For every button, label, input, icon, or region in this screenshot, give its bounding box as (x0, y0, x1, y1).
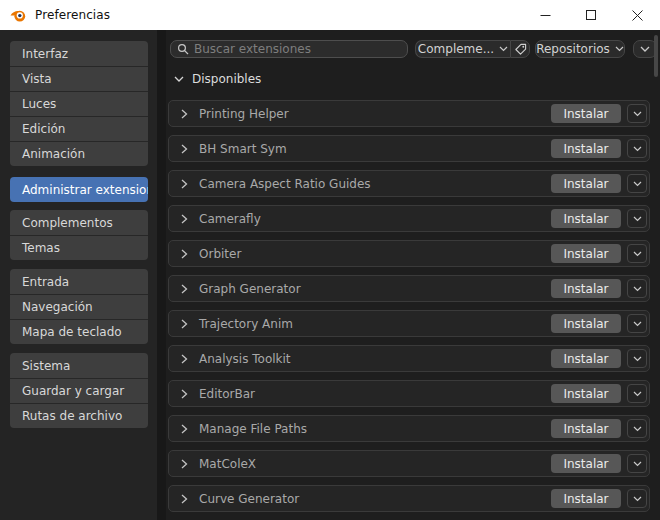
chevron-right-icon (181, 389, 188, 399)
chevron-right-icon (181, 144, 188, 154)
extension-menu-button[interactable] (627, 419, 647, 438)
install-button[interactable]: Instalar (551, 384, 621, 403)
extension-menu-button[interactable] (627, 349, 647, 368)
sidebar-item-navegacion[interactable]: Navegación (10, 294, 148, 319)
extension-menu-button[interactable] (627, 454, 647, 473)
sidebar-item-label: Interfaz (22, 47, 68, 61)
sidebar-group: Complementos Temas (10, 210, 148, 260)
install-button[interactable]: Instalar (551, 104, 621, 123)
install-button[interactable]: Instalar (551, 209, 621, 228)
close-button[interactable] (614, 0, 660, 30)
maximize-button[interactable] (568, 0, 614, 30)
sidebar-item-guardar-y-cargar[interactable]: Guardar y cargar (10, 378, 148, 403)
sidebar-item-label: Guardar y cargar (22, 384, 124, 398)
extension-name: Camera Aspect Ratio Guides (199, 177, 551, 191)
sidebar-item-label: Rutas de archivo (22, 409, 122, 423)
region-divider (157, 30, 166, 520)
install-button[interactable]: Instalar (551, 279, 621, 298)
repositories-label: Repositorios (536, 42, 610, 56)
install-button[interactable]: Instalar (551, 174, 621, 193)
preferences-sidebar: Interfaz Vista Luces Edición Animación A… (0, 30, 157, 520)
sidebar-item-administrar-extensiones[interactable]: Administrar extensiones (10, 177, 148, 202)
sidebar-item-label: Luces (22, 97, 56, 111)
extension-row-printing-helper[interactable]: Printing Helper Instalar (168, 100, 650, 127)
extension-menu-button[interactable] (627, 139, 647, 158)
extension-name: EditorBar (199, 387, 551, 401)
sidebar-item-label: Animación (22, 147, 85, 161)
extension-type-dropdown[interactable]: Compleme... (415, 40, 510, 58)
extension-name: Orbiter (199, 247, 551, 261)
extension-name: BH Smart Sym (199, 142, 551, 156)
sidebar-item-edicion[interactable]: Edición (10, 116, 148, 141)
sidebar-group-active: Administrar extensiones (10, 177, 148, 202)
sidebar-item-sistema[interactable]: Sistema (10, 353, 148, 378)
sidebar-group: Interfaz Vista Luces Edición Animación (10, 41, 148, 166)
chevron-down-icon (174, 76, 184, 83)
extension-menu-button[interactable] (627, 384, 647, 403)
sidebar-item-label: Sistema (22, 359, 70, 373)
sidebar-group: Sistema Guardar y cargar Rutas de archiv… (10, 353, 148, 428)
chevron-down-icon (633, 111, 642, 117)
install-button[interactable]: Instalar (551, 454, 621, 473)
extension-name: MatColeX (199, 457, 551, 471)
sidebar-item-complementos[interactable]: Complementos (10, 210, 148, 235)
extension-name: Printing Helper (199, 107, 551, 121)
chevron-right-icon (181, 424, 188, 434)
chevron-down-icon (615, 46, 624, 52)
tag-filter-button[interactable] (510, 40, 530, 58)
sidebar-item-label: Entrada (22, 275, 69, 289)
install-button[interactable]: Instalar (551, 314, 621, 333)
sidebar-item-rutas-de-archivo[interactable]: Rutas de archivo (10, 403, 148, 428)
extension-type-label: Compleme... (418, 42, 494, 56)
install-button[interactable]: Instalar (551, 349, 621, 368)
extension-row-trajectory-anim[interactable]: Trajectory Anim Instalar (168, 310, 650, 337)
sidebar-item-entrada[interactable]: Entrada (10, 269, 148, 294)
chevron-right-icon (181, 319, 188, 329)
chevron-right-icon (181, 459, 188, 469)
sidebar-item-vista[interactable]: Vista (10, 66, 148, 91)
extension-row-bh-smart-sym[interactable]: BH Smart Sym Instalar (168, 135, 650, 162)
scrollbar-thumb[interactable] (654, 35, 658, 77)
window-controls (522, 0, 660, 30)
sidebar-item-mapa-de-teclado[interactable]: Mapa de teclado (10, 319, 148, 344)
extension-row-camerafly[interactable]: Camerafly Instalar (168, 205, 650, 232)
repositories-dropdown[interactable]: Repositorios (535, 40, 625, 58)
chevron-down-icon (633, 321, 642, 327)
extension-menu-button[interactable] (627, 104, 647, 123)
install-button[interactable]: Instalar (551, 489, 621, 508)
extension-menu-button[interactable] (627, 279, 647, 298)
chevron-down-icon (633, 251, 642, 257)
search-input[interactable] (194, 42, 407, 56)
sidebar-item-temas[interactable]: Temas (10, 235, 148, 260)
extension-menu-button[interactable] (627, 244, 647, 263)
extension-row-graph-generator[interactable]: Graph Generator Instalar (168, 275, 650, 302)
available-section-header[interactable]: Disponibles (174, 71, 261, 87)
sidebar-item-animacion[interactable]: Animación (10, 141, 148, 166)
extension-row-matcolex[interactable]: MatColeX Instalar (168, 450, 650, 477)
install-button[interactable]: Instalar (551, 244, 621, 263)
install-button[interactable]: Instalar (551, 419, 621, 438)
extension-name: Camerafly (199, 212, 551, 226)
extension-menu-button[interactable] (627, 174, 647, 193)
extension-row-manage-file-paths[interactable]: Manage File Paths Instalar (168, 415, 650, 442)
sidebar-item-interfaz[interactable]: Interfaz (10, 41, 148, 66)
extension-menu-button[interactable] (627, 489, 647, 508)
extension-name: Manage File Paths (199, 422, 551, 436)
chevron-down-icon (499, 46, 508, 52)
extension-row-camera-aspect-ratio-guides[interactable]: Camera Aspect Ratio Guides Instalar (168, 170, 650, 197)
minimize-button[interactable] (522, 0, 568, 30)
extension-row-curve-generator[interactable]: Curve Generator Instalar (168, 485, 650, 512)
extension-row-orbiter[interactable]: Orbiter Instalar (168, 240, 650, 267)
available-section-label: Disponibles (192, 72, 261, 86)
sidebar-item-luces[interactable]: Luces (10, 91, 148, 116)
extension-name: Trajectory Anim (199, 317, 551, 331)
blender-logo-icon (10, 7, 26, 23)
extension-row-editorbar[interactable]: EditorBar Instalar (168, 380, 650, 407)
sidebar-item-label: Complementos (22, 216, 113, 230)
extension-menu-button[interactable] (627, 209, 647, 228)
extension-menu-button[interactable] (627, 314, 647, 333)
extension-row-analysis-toolkit[interactable]: Analysis Toolkit Instalar (168, 345, 650, 372)
install-button[interactable]: Instalar (551, 139, 621, 158)
search-box (170, 40, 408, 58)
chevron-down-icon (633, 146, 642, 152)
